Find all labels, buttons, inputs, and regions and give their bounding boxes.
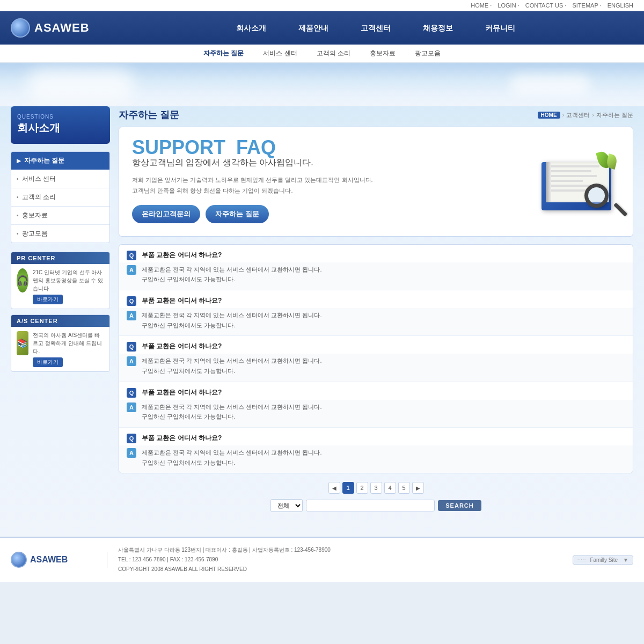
a-label: A <box>127 448 136 458</box>
sidebar-menu-faq-label: 자주하는 질문 <box>24 156 64 165</box>
faq-answer-2: A 제품교환은 전국 각 지역에 있는 서비스 센터에서 교환하시면 됩니다.구… <box>119 354 633 381</box>
top-link-english[interactable]: ENGLISH <box>608 2 633 9</box>
faq-list: Q 부품 교환은 어디서 하나요? A 제품교환은 전국 각 지역에 있는 서비… <box>119 244 633 474</box>
nav-item-community[interactable]: 커뮤니티 <box>469 11 531 45</box>
faq-item: Q 부품 교환은 어디서 하나요? A 제품교환은 전국 각 지역에 있는 서비… <box>119 336 633 382</box>
online-inquiry-button[interactable]: 온라인고객문의 <box>132 205 200 223</box>
footer-family-site: ::::: Familly Site ▼ <box>573 555 633 565</box>
sidebar-menu-pr-label: 홍보자료 <box>22 211 48 220</box>
sub-nav: 자주하는 질문 서비스 센터 고객의 소리 홍보자료 광고모음 <box>0 45 644 63</box>
breadcrumb: HOME › 고객센터 › 자주하는 질문 <box>538 111 633 119</box>
next-page-button[interactable]: ▶ <box>412 482 424 494</box>
footer-logo: ASAWEB <box>11 552 107 568</box>
faq-question-text-2: 부품 교환은 어디서 하나요? <box>142 341 222 351</box>
faq-answer-text-1: 제품교환은 전국 각 지역에 있는 서비스 센터에서 교환하시면 됩니다.구입하… <box>142 310 322 330</box>
as-center-header: A/S CENTER <box>11 315 109 327</box>
pagination: ◀ 1 2 3 4 5 ▶ <box>119 482 633 494</box>
prev-page-button[interactable]: ◀ <box>328 482 340 494</box>
pr-center-btn[interactable]: 바로가기 <box>33 295 63 304</box>
as-center-text-area: 전국의 아사웹 A/S센터를 빠르고 정확하게 안내해 드립니다. 바로가기 <box>33 331 104 367</box>
as-center-content: 📚 전국의 아사웹 A/S센터를 빠르고 정확하게 안내해 드립니다. 바로가기 <box>11 327 109 371</box>
main-nav: 회사소개 제품안내 고객센터 채용정보 커뮤니티 <box>107 11 644 45</box>
sidebar-menu-faq[interactable]: ▶ 자주하는 질문 <box>11 152 109 170</box>
search-button[interactable]: SEARCH <box>438 500 481 511</box>
sidebar-menu-pr[interactable]: • 홍보자료 <box>11 207 109 225</box>
faq-item: Q 부품 교환은 어디서 하나요? A 제품교환은 전국 각 지역에 있는 서비… <box>119 382 633 428</box>
magnifier-handle <box>613 203 627 217</box>
sidebar-menu-service[interactable]: • 서비스 센터 <box>11 170 109 188</box>
faq-question-3[interactable]: Q 부품 교환은 어디서 하나요? <box>119 382 633 400</box>
a-label: A <box>127 265 136 275</box>
faq-question-text-1: 부품 교환은 어디서 하나요? <box>142 296 222 305</box>
content-area: 자주하는 질문 HOME › 고객센터 › 자주하는 질문 SUPPORT FA… <box>119 106 633 521</box>
breadcrumb-home[interactable]: HOME <box>538 112 560 119</box>
page-button-1[interactable]: 1 <box>342 482 354 494</box>
top-link-contact[interactable]: CONTACT US <box>525 2 564 9</box>
top-link-login[interactable]: LOGIN <box>497 2 516 9</box>
search-input[interactable] <box>306 500 435 511</box>
support-title-gray: SUPPORT FAQ <box>132 136 276 158</box>
footer-logo-text: ASAWEB <box>30 555 68 565</box>
arrow-icon: ▶ <box>17 158 21 164</box>
faq-item: Q 부품 교환은 어디서 하나요? A 제품교환은 전국 각 지역에 있는 서비… <box>119 245 633 290</box>
page-button-5[interactable]: 5 <box>398 482 410 494</box>
search-bar: 전체 SEARCH <box>119 499 633 512</box>
faq-item: Q 부품 교환은 어디서 하나요? A 제품교환은 전국 각 지역에 있는 서비… <box>119 290 633 336</box>
dot-icon: • <box>17 176 19 182</box>
page-button-2[interactable]: 2 <box>356 482 368 494</box>
q-label: Q <box>127 251 136 260</box>
faq-illustration <box>531 135 622 221</box>
footer: ASAWEB 사울특별시 가나구 다라동 123번지 | 대표이사 : 홍길동 … <box>0 537 644 582</box>
as-center-text: 전국의 아사웹 A/S센터를 빠르고 정확하게 안내해 드립니다. <box>33 331 104 355</box>
sky-background <box>0 63 644 106</box>
faq-button[interactable]: 자주하는 질문 <box>206 205 269 223</box>
faq-question-0[interactable]: Q 부품 교환은 어디서 하나요? <box>119 245 633 262</box>
pr-center-text-area: 21C 인터넷 기업의 선두 아사웹의 홍보동영상을 보실 수 있습니다 바로가… <box>33 268 104 304</box>
sidebar-menu-ad[interactable]: • 광고모음 <box>11 225 109 243</box>
faq-answer-1: A 제품교환은 전국 각 지역에 있는 서비스 센터에서 교환하시면 됩니다.구… <box>119 308 633 335</box>
subnav-ad[interactable]: 광고모음 <box>405 48 450 59</box>
nav-item-customer[interactable]: 고객센터 <box>345 11 407 45</box>
top-link-sitemap[interactable]: SITEMAP <box>572 2 598 9</box>
sidebar-header-box: QUESTIONS 회사소개 <box>11 106 110 144</box>
page-button-3[interactable]: 3 <box>370 482 382 494</box>
footer-address: 사울특별시 가나구 다라동 123번지 | 대표이사 : 홍길동 | 사업자등록… <box>118 545 562 555</box>
faq-question-1[interactable]: Q 부품 교환은 어디서 하나요? <box>119 290 633 308</box>
page-title-bar: 자주하는 질문 HOME › 고객센터 › 자주하는 질문 <box>119 106 633 121</box>
faq-question-text-3: 부품 교환은 어디서 하나요? <box>142 387 222 397</box>
logo-text[interactable]: ASAWEB <box>34 21 90 35</box>
nav-item-products[interactable]: 제품안내 <box>282 11 345 45</box>
magnifier-glass <box>584 184 609 208</box>
faq-question-text-4: 부품 교환은 어디서 하나요? <box>142 433 222 443</box>
top-link-home[interactable]: HOME <box>471 2 488 9</box>
faq-question-4[interactable]: Q 부품 교환은 어디서 하나요? <box>119 428 633 445</box>
main-layout: QUESTIONS 회사소개 ▶ 자주하는 질문 • 서비스 센터 • 고객의 … <box>0 106 644 537</box>
header: ASAWEB 회사소개 제품안내 고객센터 채용정보 커뮤니티 <box>0 11 644 45</box>
as-center-btn[interactable]: 바로가기 <box>33 357 63 367</box>
logo-area: ASAWEB <box>0 18 107 38</box>
sidebar-menu-voice-label: 고객의 소리 <box>22 193 56 202</box>
faq-answer-0: A 제품교환은 전국 각 지역에 있는 서비스 센터에서 교환하시면 됩니다.구… <box>119 262 633 290</box>
family-dots-icon: ::::: <box>577 558 588 562</box>
subnav-voice[interactable]: 고객의 소리 <box>307 48 360 59</box>
faq-question-2[interactable]: Q 부품 교환은 어디서 하나요? <box>119 336 633 354</box>
sidebar-menu-voice[interactable]: • 고객의 소리 <box>11 188 109 207</box>
q-label: Q <box>127 296 136 306</box>
nav-item-company[interactable]: 회사소개 <box>220 11 282 45</box>
logo-globe-icon <box>11 18 30 38</box>
page-title: 자주하는 질문 <box>119 108 179 121</box>
faq-answer-3: A 제품교환은 전국 각 지역에 있는 서비스 센터에서 교환하시면 됩니다.구… <box>119 400 633 427</box>
page-button-4[interactable]: 4 <box>384 482 396 494</box>
subnav-service[interactable]: 서비스 센터 <box>253 48 306 59</box>
family-dropdown-icon: ▼ <box>623 557 628 563</box>
nav-item-recruit[interactable]: 채용정보 <box>407 11 469 45</box>
footer-tel: TEL : 123-456-7890 | FAX : 123-456-7890 <box>118 555 562 565</box>
subnav-faq[interactable]: 자주하는 질문 <box>194 48 253 59</box>
search-select[interactable]: 전체 <box>270 499 303 512</box>
pr-center-content: 🎧 21C 인터넷 기업의 선두 아사웹의 홍보동영상을 보실 수 있습니다 바… <box>11 264 109 309</box>
family-site-wrapper[interactable]: ::::: Familly Site ▼ <box>573 555 633 565</box>
faq-item: Q 부품 교환은 어디서 하나요? A 제품교환은 전국 각 지역에 있는 서비… <box>119 428 633 473</box>
subnav-pr[interactable]: 홍보자료 <box>360 48 405 59</box>
family-site-label[interactable]: ::::: Familly Site ▼ <box>573 556 633 564</box>
q-label: Q <box>127 388 136 398</box>
